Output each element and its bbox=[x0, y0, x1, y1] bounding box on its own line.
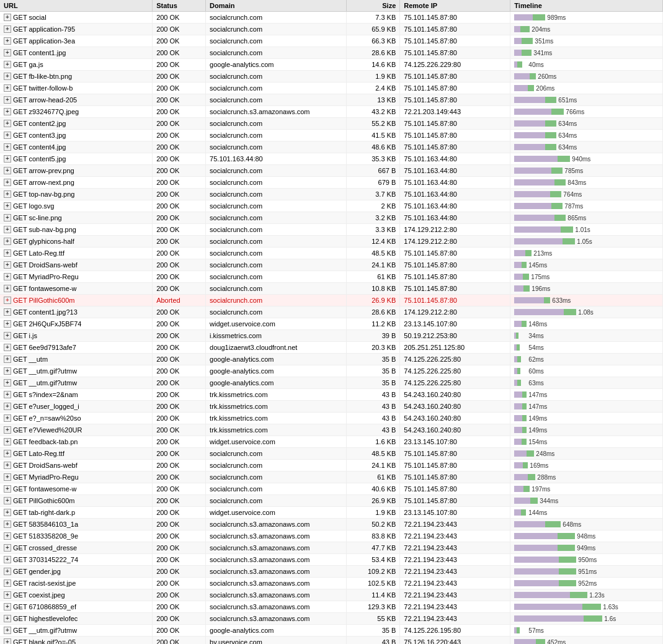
header-domain[interactable]: Domain bbox=[206, 0, 347, 12]
expand-button[interactable]: + bbox=[4, 167, 11, 174]
domain-cell: socialcrunch.com bbox=[206, 259, 347, 271]
timeline-cell: 197ms bbox=[510, 483, 663, 495]
expand-button[interactable]: + bbox=[4, 108, 11, 115]
expand-button[interactable]: + bbox=[4, 556, 11, 563]
expand-button[interactable]: + bbox=[4, 96, 11, 104]
timeline-cell: 144ms bbox=[510, 507, 663, 519]
expand-button[interactable]: + bbox=[4, 84, 11, 92]
size-cell: 40.6 KB bbox=[347, 483, 400, 495]
expand-button[interactable]: + bbox=[4, 544, 11, 552]
expand-button[interactable]: + bbox=[4, 462, 11, 469]
expand-button[interactable]: + bbox=[4, 249, 11, 257]
expand-button[interactable]: + bbox=[4, 627, 11, 634]
timeline-cell: 248ms bbox=[510, 448, 663, 460]
expand-button[interactable]: + bbox=[4, 473, 11, 481]
ip-cell: 72.21.194.23:443 bbox=[400, 519, 510, 530]
url-text: GET social bbox=[13, 14, 47, 21]
expand-button[interactable]: + bbox=[4, 579, 11, 587]
expand-button[interactable]: + bbox=[4, 202, 11, 210]
expand-button[interactable]: + bbox=[4, 379, 11, 387]
expand-button[interactable]: + bbox=[4, 568, 11, 575]
expand-button[interactable]: + bbox=[4, 356, 11, 363]
timeline-bar: 951ms bbox=[514, 567, 659, 576]
header-url[interactable]: URL bbox=[0, 0, 153, 12]
timeline-bar: 248ms bbox=[514, 449, 659, 458]
expand-button[interactable]: + bbox=[4, 179, 11, 186]
table-row: +GET 6ee9d7913afe7200 OKdoug1izaerwt3.cl… bbox=[0, 342, 663, 354]
expand-button[interactable]: + bbox=[4, 367, 11, 375]
status-cell: 200 OK bbox=[153, 554, 206, 566]
ip-cell: 54.243.160.240:80 bbox=[400, 389, 510, 401]
expand-button[interactable]: + bbox=[4, 391, 11, 398]
size-cell: 12.4 KB bbox=[347, 236, 400, 248]
expand-button[interactable]: + bbox=[4, 638, 11, 644]
timeline-bar: 148ms bbox=[514, 320, 659, 328]
timeline-bar: 633ms bbox=[514, 296, 659, 305]
domain-cell: trk.kissmetrics.com bbox=[206, 413, 347, 424]
size-cell: 50.2 KB bbox=[347, 519, 400, 530]
expand-button[interactable]: + bbox=[4, 14, 11, 21]
timeline-cell: 1.08s bbox=[510, 306, 663, 318]
expand-button[interactable]: + bbox=[4, 73, 11, 80]
header-timeline[interactable]: Timeline bbox=[510, 0, 663, 12]
expand-button[interactable]: + bbox=[4, 320, 11, 328]
expand-button[interactable]: + bbox=[4, 532, 11, 540]
timeline-cell: 54ms bbox=[510, 342, 663, 354]
expand-button[interactable]: + bbox=[4, 438, 11, 445]
ip-cell: 74.125.226.225:80 bbox=[400, 365, 510, 377]
status-cell: 200 OK bbox=[153, 259, 206, 271]
expand-button[interactable]: + bbox=[4, 344, 11, 351]
expand-button[interactable]: + bbox=[4, 485, 11, 493]
expand-button[interactable]: + bbox=[4, 155, 11, 163]
header-remoteip[interactable]: Remote IP bbox=[400, 0, 510, 12]
expand-button[interactable]: + bbox=[4, 25, 11, 33]
table-header-row: URL Status Domain Size Remote IP Timelin… bbox=[0, 0, 663, 12]
timeline-bar: 213ms bbox=[514, 249, 659, 257]
expand-button[interactable]: + bbox=[4, 190, 11, 198]
expand-button[interactable]: + bbox=[4, 285, 11, 292]
url-text: GET content5.jpg bbox=[13, 155, 66, 163]
expand-button[interactable]: + bbox=[4, 509, 11, 516]
expand-button[interactable]: + bbox=[4, 615, 11, 622]
size-cell: 35 B bbox=[347, 365, 400, 377]
expand-button[interactable]: + bbox=[4, 238, 11, 245]
header-status[interactable]: Status bbox=[153, 0, 206, 12]
expand-button[interactable]: + bbox=[4, 403, 11, 410]
header-size[interactable]: Size bbox=[347, 0, 400, 12]
expand-button[interactable]: + bbox=[4, 273, 11, 280]
expand-button[interactable]: + bbox=[4, 450, 11, 457]
expand-button[interactable]: + bbox=[4, 120, 11, 127]
expand-button[interactable]: + bbox=[4, 61, 11, 68]
expand-button[interactable]: + bbox=[4, 49, 11, 56]
timeline-bar: 785ms bbox=[514, 166, 659, 175]
ip-cell: 72.21.194.23:443 bbox=[400, 566, 510, 578]
domain-cell: socialcrunch.s3.amazonaws.com bbox=[206, 530, 347, 542]
domain-cell: socialcrunch.com bbox=[206, 248, 347, 259]
status-cell: 200 OK bbox=[153, 342, 206, 354]
domain-cell: widget.uservoice.com bbox=[206, 507, 347, 519]
timeline-bar: 1.01s bbox=[514, 225, 659, 234]
expand-button[interactable]: + bbox=[4, 426, 11, 434]
expand-button[interactable]: + bbox=[4, 414, 11, 422]
expand-button[interactable]: + bbox=[4, 603, 11, 610]
url-text: GET __utm.gif?utmw bbox=[13, 627, 77, 634]
expand-button[interactable]: + bbox=[4, 308, 11, 316]
expand-button[interactable]: + bbox=[4, 132, 11, 139]
ip-cell: 75.101.145.87:80 bbox=[400, 472, 510, 483]
domain-cell: socialcrunch.com bbox=[206, 224, 347, 236]
expand-button[interactable]: + bbox=[4, 297, 11, 304]
expand-button[interactable]: + bbox=[4, 37, 11, 45]
expand-button[interactable]: + bbox=[4, 143, 11, 151]
url-text: GET DroidSans-webf bbox=[13, 462, 78, 469]
timeline-cell: 40ms bbox=[510, 59, 663, 71]
timeline-bar: 351ms bbox=[514, 37, 659, 45]
expand-button[interactable]: + bbox=[4, 261, 11, 269]
expand-button[interactable]: + bbox=[4, 591, 11, 599]
expand-button[interactable]: + bbox=[4, 497, 11, 504]
timeline-bar: 197ms bbox=[514, 485, 659, 493]
expand-button[interactable]: + bbox=[4, 214, 11, 221]
expand-button[interactable]: + bbox=[4, 226, 11, 233]
expand-button[interactable]: + bbox=[4, 521, 11, 528]
expand-button[interactable]: + bbox=[4, 332, 11, 339]
timeline-bar: 40ms bbox=[514, 60, 659, 69]
